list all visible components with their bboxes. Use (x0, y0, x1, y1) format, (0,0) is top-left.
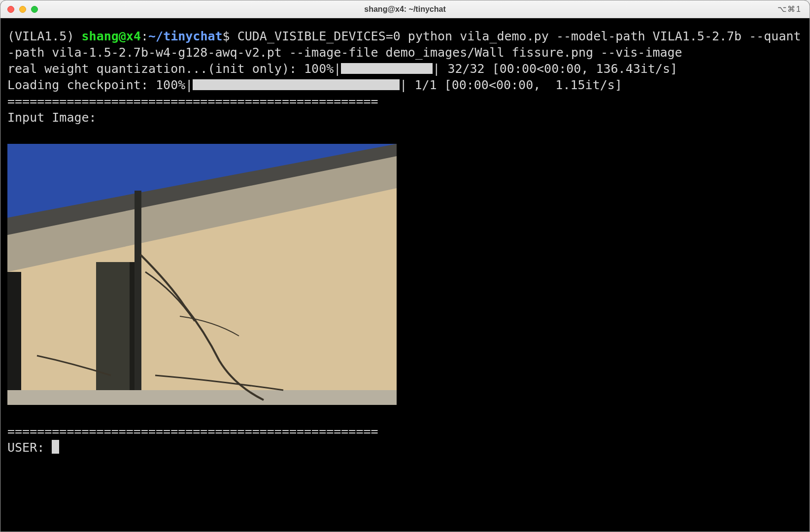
progress-line-2-left: Loading checkpoint: 100%| (7, 78, 193, 92)
prompt-colon: : (141, 29, 148, 43)
window-shortcut-label: ⌥⌘1 (777, 4, 802, 14)
separator-line: ========================================… (7, 94, 378, 108)
window-title: shang@x4: ~/tinychat (0, 5, 810, 14)
svg-rect-8 (7, 390, 397, 405)
progress-bar-2 (193, 79, 400, 90)
prompt-at: @ (119, 29, 126, 43)
input-image-label: Input Image: (7, 110, 97, 125)
titlebar: shang@x4: ~/tinychat ⌥⌘1 (0, 0, 810, 18)
prompt-host: x4 (126, 29, 141, 43)
progress-line-2-right: | 1/1 [00:00<00:00, 1.15it/s] (400, 78, 622, 92)
separator-line-2: ========================================… (7, 424, 378, 438)
prompt-dollar: $ (223, 29, 230, 43)
svg-rect-5 (96, 262, 131, 405)
progress-line-1-right: | 32/32 [00:00<00:00, 136.43it/s] (433, 62, 677, 76)
prompt-user: shang (82, 29, 119, 43)
maximize-icon[interactable] (31, 6, 38, 13)
cursor-icon (52, 440, 59, 454)
svg-rect-4 (7, 272, 21, 405)
terminal-window: shang@x4: ~/tinychat ⌥⌘1 (VILA1.5) shang… (0, 0, 810, 532)
user-prompt-label: USER: (7, 440, 52, 455)
svg-rect-7 (135, 191, 141, 405)
progress-bar-1 (341, 63, 433, 74)
terminal-body[interactable]: (VILA1.5) shang@x4:~/tinychat$ CUDA_VISI… (0, 18, 810, 532)
progress-line-1-left: real weight quantization...(init only): … (7, 62, 341, 76)
input-image-preview (7, 128, 805, 421)
close-icon[interactable] (7, 6, 14, 13)
venv-label: (VILA1.5) (7, 29, 74, 43)
prompt-path: ~/tinychat (148, 29, 223, 43)
wall-crack-image (7, 144, 397, 405)
traffic-lights (7, 6, 38, 13)
minimize-icon[interactable] (19, 6, 26, 13)
